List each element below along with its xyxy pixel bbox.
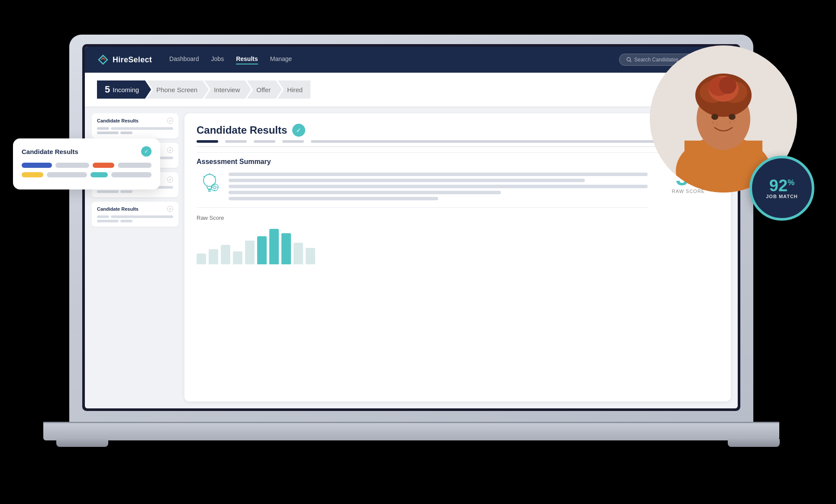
tab-4[interactable] (282, 140, 304, 143)
nav-jobs[interactable]: Jobs (211, 55, 224, 64)
nav-links: Dashboard Jobs Results Manage (169, 55, 619, 64)
chart-section: Raw Score (197, 215, 648, 264)
job-match-badge: 92% JOB MATCH (749, 156, 814, 221)
pipeline-bar: 5 Incoming Phone Screen Interview (85, 73, 738, 106)
floating-card-header: Candidate Results ✓ (22, 146, 152, 157)
assessment-lines (229, 173, 648, 200)
assessment-section: Assessment Summary (197, 158, 719, 391)
svg-point-6 (213, 186, 216, 189)
svg-point-21 (719, 77, 736, 94)
svg-rect-9 (211, 187, 213, 188)
card-bars-4 (97, 215, 173, 222)
floating-card-check: ✓ (141, 146, 152, 157)
svg-rect-10 (217, 187, 219, 188)
panel-title-row: Candidate Results ✓ (197, 124, 719, 137)
chart-bar-3 (221, 245, 230, 264)
bar-gray-1 (55, 163, 89, 168)
tab-1[interactable] (197, 140, 218, 143)
nav-logo: HireSelect (97, 54, 152, 66)
results-right: Results 36 RAW SCORE (658, 158, 719, 391)
score-divider (197, 207, 648, 208)
svg-point-23 (729, 114, 736, 120)
bar-yellow (22, 172, 43, 177)
svg-rect-8 (214, 189, 215, 191)
tab-2[interactable] (225, 140, 247, 143)
float-bar-row-1 (22, 163, 152, 168)
card-check-3: ✓ (167, 177, 173, 183)
card-check-1: ✓ (167, 118, 173, 124)
laptop-body: HireSelect Dashboard Jobs Results Manage (69, 35, 753, 424)
assessment-title: Assessment Summary (197, 158, 648, 166)
scene: HireSelect Dashboard Jobs Results Manage (0, 0, 836, 504)
candidate-card-1[interactable]: Candidate Results ✓ (92, 113, 178, 138)
laptop-foot-right (728, 439, 780, 447)
panel-title: Candidate Results (197, 124, 287, 136)
match-label: JOB MATCH (766, 194, 798, 199)
svg-point-22 (711, 114, 718, 120)
chart-bar-2 (209, 249, 218, 264)
chart-bar-6 (257, 236, 267, 264)
app-container: HireSelect Dashboard Jobs Results Manage (85, 47, 738, 408)
svg-point-24 (712, 122, 713, 123)
bar-gray-3 (47, 172, 87, 177)
divider (197, 152, 719, 153)
panel-check-icon: ✓ (292, 124, 305, 137)
nav-manage[interactable]: Manage (270, 55, 292, 64)
screen-bezel: HireSelect Dashboard Jobs Results Manage (82, 44, 740, 411)
nav-results[interactable]: Results (236, 55, 258, 64)
bar-chart (197, 225, 648, 264)
stage-incoming[interactable]: 5 Incoming (97, 80, 151, 99)
search-icon (626, 57, 632, 62)
bar-gray-4 (111, 172, 152, 177)
floating-card-title: Candidate Results (22, 148, 78, 155)
laptop-foot-left (56, 439, 108, 447)
stage-hired[interactable]: Hired (278, 80, 310, 99)
nav-bar: HireSelect Dashboard Jobs Results Manage (85, 47, 738, 73)
card-bars-1 (97, 127, 173, 134)
chart-title: Raw Score (197, 215, 648, 221)
svg-point-26 (729, 122, 731, 123)
chart-bar-9 (294, 243, 303, 264)
hireselect-logo-icon (97, 54, 109, 66)
bar-teal (90, 172, 108, 177)
logo-text: HireSelect (113, 55, 152, 64)
chart-bar-7 (269, 229, 279, 264)
card-title-1: Candidate Results (97, 118, 139, 123)
chart-bar-4 (233, 251, 242, 264)
assessment-icon-area (197, 171, 648, 200)
stage-offer[interactable]: Offer (247, 80, 282, 99)
stage-phone-screen[interactable]: Phone Screen (147, 80, 209, 99)
chart-bar-8 (281, 233, 291, 264)
tab-bar (197, 140, 719, 147)
floating-candidate-card[interactable]: Candidate Results ✓ (13, 138, 160, 189)
candidate-card-4[interactable]: Candidate Results ✓ (92, 202, 178, 227)
bar-blue (22, 163, 52, 168)
assessment-left: Assessment Summary (197, 158, 648, 391)
svg-point-4 (203, 174, 216, 186)
nav-dashboard[interactable]: Dashboard (169, 55, 199, 64)
chart-bar-1 (197, 254, 206, 264)
svg-point-25 (717, 124, 718, 125)
bar-gray-2 (118, 163, 152, 168)
bar-orange (93, 163, 114, 168)
stage-interview[interactable]: Interview (204, 80, 251, 99)
svg-rect-7 (214, 183, 215, 185)
float-bar-row-2 (22, 172, 152, 177)
svg-point-0 (627, 58, 630, 61)
laptop-base (43, 423, 779, 440)
svg-point-27 (734, 121, 735, 122)
tab-3[interactable] (254, 140, 275, 143)
main-panel: Candidate Results ✓ (184, 113, 731, 401)
card-title-4: Candidate Results (97, 206, 139, 212)
chart-bar-5 (245, 241, 255, 264)
chart-bar-10 (306, 248, 315, 264)
card-check-4: ✓ (167, 206, 173, 212)
main-content: Candidate Results ✓ Candidat (85, 106, 738, 408)
match-percent: 92% (769, 177, 794, 194)
laptop-screen: HireSelect Dashboard Jobs Results Manage (85, 47, 738, 408)
card-check-2: ✓ (167, 147, 173, 153)
lightbulb-icon (197, 171, 223, 197)
